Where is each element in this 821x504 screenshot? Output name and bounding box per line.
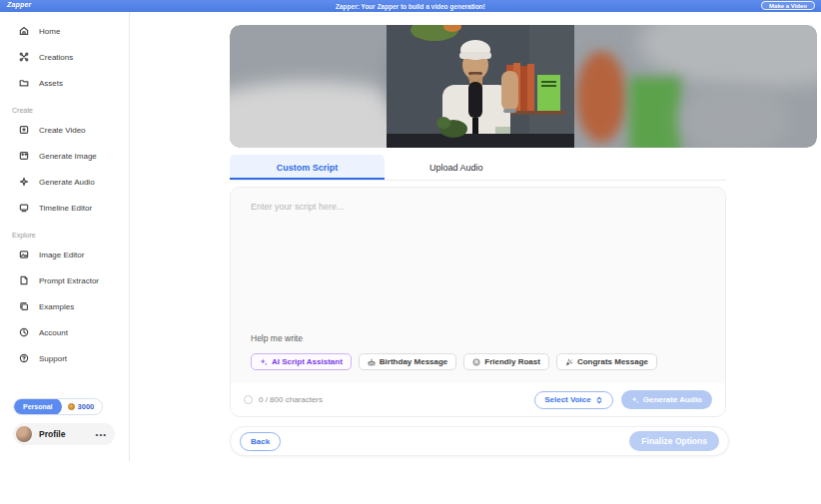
sidebar: Home Creations Assets Create Create Vide… [0, 12, 130, 461]
chip-label: Congrats Message [577, 357, 648, 366]
generate-audio-button[interactable]: Generate Audio [621, 390, 712, 409]
credits-coin-icon [68, 403, 75, 410]
chevron-updown-icon [595, 396, 603, 404]
sidebar-item-create-video[interactable]: Create Video [0, 117, 129, 143]
profile-button[interactable]: Profile ••• [13, 423, 115, 445]
select-voice-label: Select Voice [544, 395, 591, 404]
script-footer-row: 0 / 800 characters Select Voice Generate… [231, 383, 725, 416]
video-preview-frame [230, 25, 817, 148]
sidebar-item-generate-audio[interactable]: Generate Audio [0, 169, 129, 195]
party-icon [565, 358, 573, 366]
sidebar-item-examples[interactable]: Examples [0, 293, 129, 319]
finalize-options-button[interactable]: Finalize Options [629, 431, 719, 451]
image-editor-icon [19, 250, 29, 259]
sidebar-item-label: Home [39, 27, 60, 36]
prompt-extractor-icon [19, 275, 29, 285]
chip-label: Birthday Message [380, 357, 447, 366]
sidebar-item-timeline-editor[interactable]: Timeline Editor [0, 195, 129, 221]
generate-image-icon [19, 151, 29, 161]
friendly-roast-chip[interactable]: Friendly Roast [463, 353, 549, 370]
sidebar-item-label: Generate Audio [39, 178, 95, 187]
chip-label: AI Script Assistant [272, 357, 343, 366]
plan-name: Personal [14, 398, 62, 415]
make-a-video-button[interactable]: Make a Video [761, 1, 815, 10]
script-panel: Help me write AI Script Assistant Birthd… [230, 187, 726, 417]
credits-count: 3000 [78, 402, 95, 411]
profile-menu-dots[interactable]: ••• [96, 430, 107, 439]
sidebar-section-create: Create [0, 96, 129, 117]
sidebar-item-label: Prompt Extractor [39, 276, 99, 285]
generate-audio-icon [19, 177, 29, 187]
script-input[interactable] [251, 202, 705, 301]
sidebar-item-account[interactable]: Account [0, 319, 129, 345]
video-preview[interactable] [230, 25, 817, 148]
wizard-footer: Back Finalize Options [230, 426, 729, 456]
tab-upload-audio[interactable]: Upload Audio [385, 155, 483, 180]
sidebar-item-image-editor[interactable]: Image Editor [0, 242, 129, 267]
tab-custom-script[interactable]: Custom Script [230, 155, 385, 180]
sidebar-section-explore: Explore [0, 221, 129, 242]
sidebar-item-assets[interactable]: Assets [0, 70, 129, 96]
video-center-frame [387, 25, 574, 148]
avatar [16, 426, 32, 442]
sparkle-icon [260, 358, 268, 366]
sidebar-item-label: Creations [39, 53, 73, 62]
ai-script-assistant-chip[interactable]: AI Script Assistant [251, 353, 352, 370]
timeline-editor-icon [19, 203, 29, 213]
sidebar-item-support[interactable]: Support [0, 345, 129, 371]
script-chips: AI Script Assistant Birthday Message Fri… [251, 353, 657, 370]
creations-icon [19, 52, 29, 62]
examples-icon [19, 301, 29, 311]
sidebar-item-label: Support [39, 354, 67, 363]
back-button[interactable]: Back [240, 432, 281, 451]
generate-audio-label: Generate Audio [643, 395, 702, 404]
sparkle-icon [631, 396, 639, 404]
cake-icon [368, 358, 376, 366]
chip-label: Friendly Roast [484, 357, 540, 366]
script-area: Help me write AI Script Assistant Birthd… [231, 188, 725, 383]
sidebar-item-creations[interactable]: Creations [0, 44, 129, 70]
char-count: 0 / 800 characters [259, 395, 534, 404]
select-voice-dropdown[interactable]: Select Voice [534, 391, 613, 409]
sidebar-item-label: Account [39, 328, 68, 337]
char-progress-icon [244, 395, 253, 404]
assets-icon [19, 78, 29, 88]
congrats-message-chip[interactable]: Congrats Message [556, 353, 657, 370]
help-me-write-label: Help me write [251, 333, 303, 343]
create-video-icon [19, 125, 29, 135]
script-tabs: Custom Script Upload Audio [230, 155, 726, 181]
sidebar-item-label: Generate Image [39, 152, 97, 161]
plan-pill[interactable]: Personal 3000 [13, 398, 103, 415]
support-icon [19, 353, 29, 363]
main-content: Custom Script Upload Audio Help me write… [230, 12, 821, 456]
sidebar-item-label: Assets [39, 79, 63, 88]
sidebar-item-home[interactable]: Home [0, 18, 129, 44]
announcement-text: Zapper: Your Zapper to build a video gen… [0, 3, 821, 10]
account-icon [19, 327, 29, 337]
sidebar-item-label: Image Editor [39, 251, 84, 259]
sidebar-item-label: Examples [39, 302, 74, 311]
profile-label: Profile [39, 429, 89, 439]
sidebar-item-prompt-extractor[interactable]: Prompt Extractor [0, 267, 129, 293]
home-icon [19, 26, 29, 36]
sidebar-item-generate-image[interactable]: Generate Image [0, 143, 129, 169]
smiley-icon [472, 358, 480, 366]
top-banner: Zapper Zapper: Your Zapper to build a vi… [0, 0, 821, 12]
sidebar-item-label: Timeline Editor [39, 204, 92, 213]
sidebar-item-label: Create Video [39, 126, 86, 135]
birthday-message-chip[interactable]: Birthday Message [359, 353, 456, 370]
